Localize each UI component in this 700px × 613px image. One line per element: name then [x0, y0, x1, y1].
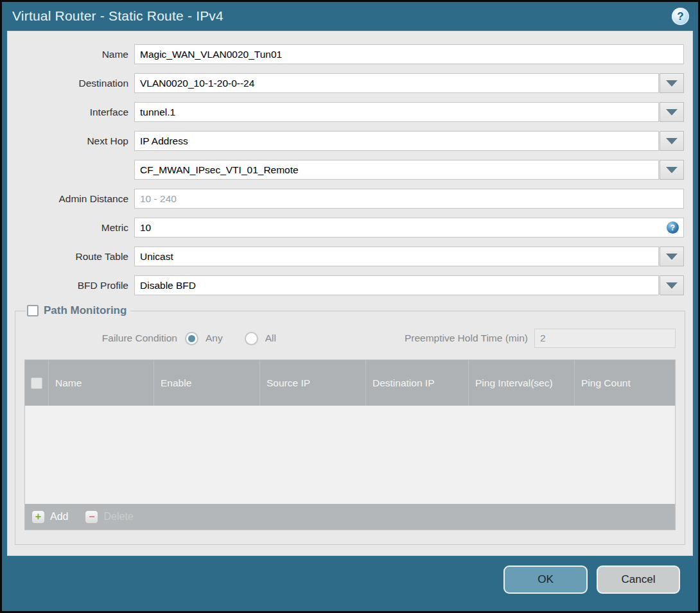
path-monitoring-title: Path Monitoring [44, 304, 127, 317]
route-table-dropdown-button[interactable] [660, 246, 684, 266]
table-body-empty [25, 406, 675, 504]
cancel-button[interactable]: Cancel [597, 566, 680, 594]
row-name: Name [8, 44, 684, 64]
path-monitoring-table: Name Enable Source IP Destination IP Pin… [24, 359, 676, 530]
next-hop-type-dropdown-button[interactable] [660, 131, 684, 151]
table-header-row: Name Enable Source IP Destination IP Pin… [25, 360, 675, 406]
interface-input[interactable] [134, 102, 659, 122]
name-input[interactable] [134, 44, 684, 64]
chevron-down-icon [666, 167, 678, 173]
dialog-title: Virtual Router - Static Route - IPv4 [12, 8, 223, 24]
bfd-profile-dropdown-button[interactable] [660, 275, 684, 295]
add-button-label: Add [50, 511, 68, 522]
bfd-profile-input[interactable] [134, 275, 659, 295]
failure-condition-any-label: Any [206, 332, 223, 344]
failure-condition-all-label: All [265, 332, 276, 344]
row-admin-distance: Admin Distance [8, 189, 684, 209]
help-icon[interactable]: ? [672, 8, 689, 25]
row-destination: Destination [8, 73, 684, 93]
chevron-down-icon [666, 282, 678, 289]
select-all-cell [25, 360, 48, 406]
route-table-input[interactable] [134, 246, 659, 266]
dialog-window: Virtual Router - Static Route - IPv4 ? N… [0, 0, 700, 613]
destination-input[interactable] [134, 73, 659, 93]
row-interface: Interface [8, 102, 684, 122]
delete-button-label: Delete [103, 511, 133, 522]
next-hop-label: Next Hop [8, 135, 134, 147]
next-hop-address-input[interactable] [134, 160, 659, 180]
interface-dropdown-button[interactable] [660, 102, 684, 122]
table-toolbar: + Add − Delete [25, 504, 675, 530]
path-monitoring-section: Path Monitoring Failure Condition Any Al… [15, 304, 685, 545]
path-monitoring-legend: Path Monitoring [26, 304, 130, 317]
add-button[interactable]: + Add [31, 510, 68, 524]
admin-distance-input[interactable] [134, 189, 684, 209]
failure-condition-label: Failure Condition [24, 332, 185, 344]
delete-icon: − [85, 510, 98, 524]
chevron-down-icon [666, 138, 678, 144]
interface-label: Interface [8, 107, 134, 118]
metric-input[interactable] [134, 218, 684, 237]
info-icon: ? [667, 221, 679, 234]
route-table-label: Route Table [8, 251, 134, 263]
row-next-hop: Next Hop [8, 131, 684, 151]
failure-condition-row: Failure Condition Any All Preemptive Hol… [24, 327, 676, 349]
select-all-checkbox[interactable] [31, 377, 42, 389]
name-label: Name [8, 49, 134, 60]
failure-condition-any-radio[interactable]: Any [185, 332, 223, 345]
chevron-down-icon [666, 80, 678, 87]
column-header-destination-ip[interactable]: Destination IP [365, 360, 468, 406]
row-route-table: Route Table [8, 246, 684, 266]
add-icon: + [31, 510, 45, 524]
row-next-hop-address [8, 160, 684, 180]
chevron-down-icon [666, 109, 678, 116]
row-bfd-profile: BFD Profile [8, 275, 684, 295]
failure-condition-all-radio[interactable]: All [245, 332, 276, 345]
next-hop-address-dropdown-button[interactable] [660, 160, 684, 180]
next-hop-type-input[interactable] [134, 131, 659, 151]
row-metric: Metric ? [8, 218, 684, 237]
radio-selected-icon [185, 332, 198, 345]
column-header-enable[interactable]: Enable [153, 360, 259, 406]
ok-button[interactable]: OK [503, 566, 588, 594]
preemptive-hold-label: Preemptive Hold Time (min) [405, 332, 534, 344]
title-bar: Virtual Router - Static Route - IPv4 ? [2, 2, 698, 31]
column-header-ping-interval[interactable]: Ping Interval(sec) [468, 360, 574, 406]
chevron-down-icon [666, 254, 678, 260]
metric-label: Metric [8, 222, 134, 234]
preemptive-hold-input[interactable] [534, 329, 676, 348]
radio-unselected-icon [245, 332, 258, 345]
path-monitoring-checkbox[interactable] [27, 305, 39, 316]
dialog-content: Name Destination Interface [7, 31, 693, 556]
bfd-profile-label: BFD Profile [8, 280, 134, 291]
column-header-source-ip[interactable]: Source IP [259, 360, 365, 406]
destination-dropdown-button[interactable] [660, 73, 684, 93]
admin-distance-label: Admin Distance [8, 193, 134, 205]
destination-label: Destination [8, 78, 134, 89]
delete-button[interactable]: − Delete [85, 510, 133, 524]
column-header-name[interactable]: Name [48, 360, 153, 406]
column-header-ping-count[interactable]: Ping Count [574, 360, 675, 406]
